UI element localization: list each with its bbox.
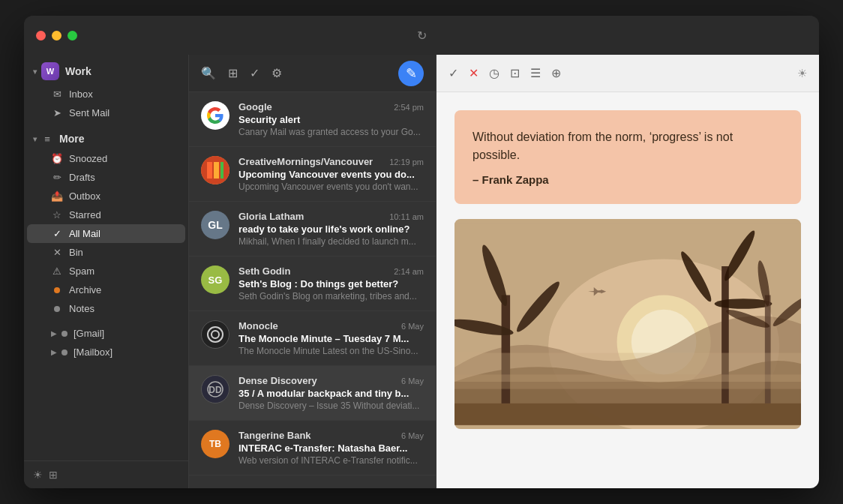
sidebar-item-starred[interactable]: ☆ Starred bbox=[27, 206, 185, 224]
svg-rect-3 bbox=[220, 162, 224, 178]
sidebar-item-all-mail[interactable]: ✓ All Mail bbox=[27, 224, 185, 243]
brightness-icon[interactable]: ☀ bbox=[797, 67, 807, 80]
folder-icon[interactable]: ⊡ bbox=[510, 66, 520, 80]
bin-label: Bin bbox=[69, 247, 83, 258]
svg-rect-12 bbox=[454, 404, 801, 425]
avatar-initials: SG bbox=[208, 274, 223, 286]
sidebar-item-sent[interactable]: ➤ Sent Mail bbox=[27, 104, 185, 122]
all-mail-label: All Mail bbox=[69, 228, 100, 239]
work-group-header[interactable]: ▾ W Work bbox=[24, 58, 188, 85]
email-subject: INTERAC e-Transfer: Natasha Baer... bbox=[238, 442, 424, 454]
sidebar-item-notes[interactable]: Notes bbox=[27, 299, 185, 318]
settings-icon[interactable]: ☀ bbox=[33, 469, 43, 481]
email-subject: Security alert bbox=[238, 114, 424, 125]
sidebar-item-spam[interactable]: ⚠ Spam bbox=[27, 262, 185, 280]
sent-icon: ➤ bbox=[51, 107, 63, 118]
snoozed-label: Snoozed bbox=[69, 153, 107, 164]
mark-read-icon[interactable]: ✓ bbox=[448, 66, 458, 80]
sidebar-item-inbox[interactable]: ✉ Inbox bbox=[27, 85, 185, 104]
gmail-dot bbox=[62, 331, 68, 337]
svg-point-5 bbox=[212, 331, 219, 338]
creative-mornings-avatar-icon bbox=[201, 156, 230, 184]
svg-rect-1 bbox=[207, 162, 212, 178]
search-icon[interactable]: 🔍 bbox=[201, 66, 216, 80]
work-chevron-icon: ▾ bbox=[33, 68, 37, 76]
starred-label: Starred bbox=[69, 209, 101, 220]
minimize-button[interactable] bbox=[52, 31, 62, 40]
mailbox-expand-icon: ▶ bbox=[51, 348, 57, 356]
more-lines-icon: ≡ bbox=[41, 134, 53, 145]
email-item[interactable]: GL Gloria Latham 10:11 am ready to take … bbox=[189, 202, 436, 256]
avatar: DD bbox=[201, 375, 230, 404]
sidebar-item-drafts[interactable]: ✏ Drafts bbox=[27, 168, 185, 187]
email-subject: Seth's Blog : Do things get better? bbox=[238, 278, 424, 290]
avatar-initials: GL bbox=[208, 219, 222, 231]
snooze-icon[interactable]: ◷ bbox=[489, 66, 500, 80]
email-sender: Tangerine Bank bbox=[238, 430, 311, 441]
email-time: 2:54 pm bbox=[394, 103, 424, 112]
email-item[interactable]: SG Seth Godin 2:14 am Seth's Blog : Do t… bbox=[189, 256, 436, 311]
menu-icon[interactable]: ☰ bbox=[530, 66, 541, 80]
email-preview: Upcoming Vancouver events you don't wan.… bbox=[238, 182, 424, 192]
email-time: 6 May bbox=[401, 431, 424, 440]
email-item[interactable]: CreativeMornings/Vancouver 12:19 pm Upco… bbox=[189, 147, 436, 202]
snoozed-icon: ⏰ bbox=[51, 153, 63, 164]
delete-icon[interactable]: ✕ bbox=[469, 66, 478, 80]
avatar: GL bbox=[201, 211, 230, 239]
sent-label: Sent Mail bbox=[69, 107, 110, 118]
email-item[interactable]: TB Tangerine Bank 6 May INTERAC e-Transf… bbox=[189, 421, 436, 476]
tag-icon[interactable]: ⊕ bbox=[551, 66, 561, 80]
tools-icon[interactable]: ⚙ bbox=[272, 66, 282, 80]
sidebar-item-archive[interactable]: Archive bbox=[27, 280, 185, 299]
quote-text: Without deviation from the norm, ‘progre… bbox=[472, 128, 783, 164]
inbox-label: Inbox bbox=[69, 88, 93, 100]
archive-label: Archive bbox=[69, 284, 101, 296]
gmail-label: [Gmail] bbox=[74, 328, 104, 339]
check-all-icon[interactable]: ✓ bbox=[250, 66, 260, 80]
avatar: TB bbox=[201, 430, 230, 458]
dense-discovery-logo-icon: DD bbox=[205, 379, 226, 400]
mailbox-group-header[interactable]: ▶ [Mailbox] bbox=[27, 343, 185, 362]
email-image bbox=[454, 219, 801, 429]
refresh-icon[interactable]: ↻ bbox=[417, 29, 427, 42]
mailbox-dot bbox=[62, 350, 68, 356]
close-button[interactable] bbox=[36, 31, 46, 40]
gmail-section: ▶ [Gmail] ▶ [Mailbox] bbox=[24, 321, 188, 364]
starred-icon: ☆ bbox=[51, 209, 63, 220]
avatar-initials: TB bbox=[209, 439, 221, 449]
email-preview: Web version of INTERAC e-Transfer notifi… bbox=[238, 455, 424, 466]
email-item[interactable]: DD Dense Discovery 6 May 35 / A modular … bbox=[189, 366, 436, 421]
sidebar: ▾ W Work ✉ Inbox ➤ Sent Mail ▾ bbox=[24, 55, 189, 488]
email-item[interactable]: Google 2:54 pm Security alert Canary Mai… bbox=[189, 92, 436, 147]
more-chevron-icon: ▾ bbox=[33, 135, 37, 143]
sidebar-item-snoozed[interactable]: ⏰ Snoozed bbox=[27, 149, 185, 168]
work-label: Work bbox=[65, 65, 92, 77]
spam-icon: ⚠ bbox=[51, 266, 63, 277]
more-group-header[interactable]: ▾ ≡ More bbox=[24, 128, 188, 149]
traffic-lights bbox=[36, 31, 77, 40]
email-subject: ready to take your life's work online? bbox=[238, 224, 424, 235]
gmail-group-header[interactable]: ▶ [Gmail] bbox=[27, 324, 185, 343]
avatar: SG bbox=[201, 266, 230, 294]
spam-label: Spam bbox=[69, 266, 94, 277]
email-time: 2:14 am bbox=[394, 267, 424, 276]
email-content: Google 2:54 pm Security alert Canary Mai… bbox=[238, 101, 424, 137]
maximize-button[interactable] bbox=[68, 31, 77, 40]
windmill-illustration bbox=[454, 219, 801, 429]
quote-card: Without deviation from the norm, ‘progre… bbox=[454, 110, 801, 204]
email-list-toolbar: 🔍 ⊞ ✓ ⚙ ✎ bbox=[189, 55, 436, 92]
email-time: 10:11 am bbox=[389, 212, 424, 221]
sidebar-item-outbox[interactable]: 📤 Outbox bbox=[27, 187, 185, 206]
mailbox-label: [Mailbox] bbox=[74, 346, 112, 358]
gmail-expand-icon: ▶ bbox=[51, 329, 57, 338]
svg-point-4 bbox=[208, 327, 223, 342]
email-item[interactable]: Monocle 6 May The Monocle Minute – Tuesd… bbox=[189, 311, 436, 366]
email-preview: Mikhail, When I finally decided to launc… bbox=[238, 236, 424, 247]
notes-label: Notes bbox=[69, 303, 94, 314]
sidebar-item-bin[interactable]: ✕ Bin bbox=[27, 243, 185, 262]
layout-icon[interactable]: ⊞ bbox=[49, 469, 58, 481]
compose-button[interactable]: ✎ bbox=[398, 61, 424, 86]
inbox-icon: ✉ bbox=[51, 88, 63, 100]
filter-icon[interactable]: ⊞ bbox=[228, 66, 238, 80]
monocle-logo-icon bbox=[205, 324, 226, 345]
